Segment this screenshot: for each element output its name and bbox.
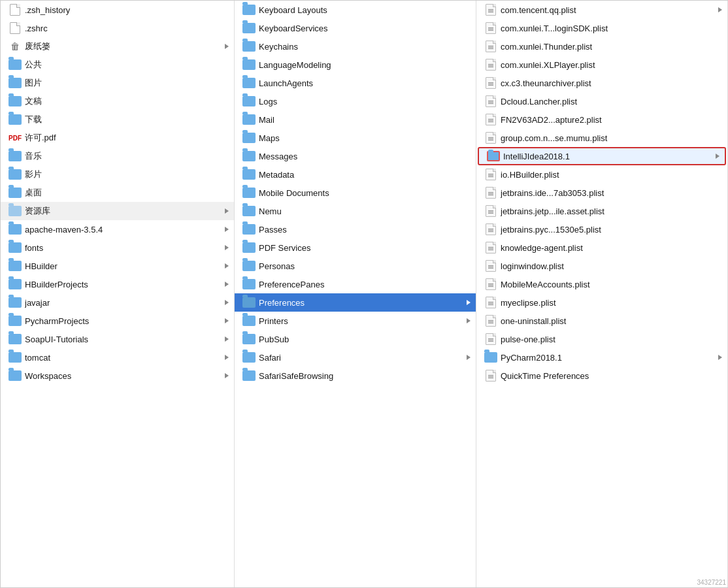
list-item[interactable]: 公共 [1,56,234,74]
list-item[interactable]: Mail [235,110,476,129]
item-name: Mobile Documents [259,188,471,198]
list-item[interactable]: Keyboard Layouts [235,1,476,19]
list-item[interactable]: PDF许可.pdf [1,129,234,147]
list-item[interactable]: Safari [235,348,476,367]
list-item[interactable]: PDF Services [235,238,476,257]
list-item[interactable]: 🗑废纸篓 [1,37,234,56]
list-item[interactable]: IntelliJIdea2018.1 [478,147,726,165]
item-name: Dcloud.Lancher.plist [501,97,722,106]
chevron-icon [716,154,720,159]
item-name: com.tencent.qq.plist [501,5,716,15]
list-item[interactable]: javajar [1,293,234,312]
list-item[interactable]: pulse-one.plist [476,330,727,348]
list-item[interactable]: 文稿 [1,92,234,110]
list-item[interactable]: 桌面 [1,184,234,202]
column-3: com.tencent.qq.plistcom.xunlei.T...login… [476,1,728,587]
list-item[interactable]: Printers [235,312,476,330]
list-item[interactable]: 资源库 [1,202,234,220]
item-name: Personas [259,261,471,271]
list-item[interactable]: 音乐 [1,147,234,165]
list-item[interactable]: Logs [235,92,476,110]
folder-icon [242,261,256,271]
list-item[interactable]: PycharmProjects [1,312,234,330]
list-item[interactable]: Keychains [235,37,476,56]
list-item[interactable]: QuickTime Preferences [476,367,727,385]
folder-icon [8,297,22,308]
list-item[interactable]: one-uninstall.plist [476,312,727,330]
list-item[interactable]: Metadata [235,165,476,184]
list-item[interactable]: knowledge-agent.plist [476,238,727,257]
list-item[interactable]: jetbrains.ide...7ab3053.plist [476,184,727,202]
folder-icon [242,242,256,253]
list-item[interactable]: 下载 [1,110,234,129]
list-item[interactable]: jetbrains.pyc...1530e5.plist [476,220,727,238]
list-item[interactable]: 图片 [1,74,234,92]
list-item[interactable]: io.HBuilder.plist [476,165,727,184]
folder-icon [242,41,256,52]
list-item[interactable]: MobileMeAccounts.plist [476,275,727,293]
item-name: knowledge-agent.plist [501,243,722,253]
list-item[interactable]: group.com.n...se.mumu.plist [476,129,727,147]
item-name: jetbrains.jetp...ile.asset.plist [501,206,722,216]
list-item[interactable]: Dcloud.Lancher.plist [476,92,727,110]
list-item[interactable]: HBuilder [1,257,234,275]
folder-icon [242,96,256,106]
list-item[interactable]: LanguageModeling [235,56,476,74]
chevron-icon [718,355,722,360]
list-item[interactable]: Mobile Documents [235,184,476,202]
list-item[interactable]: PubSub [235,330,476,348]
item-name: com.xunlei.T...loginSDK.plist [501,24,722,33]
list-item[interactable]: jetbrains.jetp...ile.asset.plist [476,202,727,220]
list-item[interactable]: com.tencent.qq.plist [476,1,727,19]
folder-icon [242,59,256,70]
list-item[interactable]: Nemu [235,202,476,220]
list-item[interactable]: tomcat [1,348,234,367]
list-item[interactable]: Preferences [235,293,476,312]
plist-icon [486,278,496,290]
list-item[interactable]: loginwindow.plist [476,257,727,275]
folder-icon [8,370,22,381]
list-item[interactable]: LaunchAgents [235,74,476,92]
list-item[interactable]: com.xunlei.XLPlayer.plist [476,56,727,74]
column-2: Keyboard LayoutsKeyboardServicesKeychain… [235,1,476,587]
list-item[interactable]: SoapUI-Tutorials [1,330,234,348]
list-item[interactable]: FN2V63AD2...apture2.plist [476,110,727,129]
item-name: jetbrains.pyc...1530e5.plist [501,225,722,235]
list-item[interactable]: com.xunlei.T...loginSDK.plist [476,19,727,37]
list-item[interactable]: .zsh_history [1,1,234,19]
plist-icon [486,242,496,253]
list-item[interactable]: KeyboardServices [235,19,476,37]
item-name: one-uninstall.plist [501,316,722,326]
folder-icon [8,169,22,180]
item-name: Passes [259,225,471,235]
list-item[interactable]: myeclipse.plist [476,293,727,312]
item-name: Metadata [259,170,471,180]
folder-icon [242,334,256,344]
list-item[interactable]: 影片 [1,165,234,184]
item-name: 废纸篓 [25,41,222,52]
list-item[interactable]: Maps [235,129,476,147]
list-item[interactable]: SafariSafeBrowsing [235,367,476,385]
list-item[interactable]: PyCharm2018.1 [476,348,727,367]
chevron-icon [225,300,229,305]
list-item[interactable]: cx.c3.theunarchiver.plist [476,74,727,92]
list-item[interactable]: Messages [235,147,476,165]
item-name: Preferences [259,298,464,308]
item-name: javajar [25,298,222,308]
list-item[interactable]: Personas [235,257,476,275]
list-item[interactable]: PreferencePanes [235,275,476,293]
column-1: .zsh_history.zshrc🗑废纸篓公共图片文稿下载PDF许可.pdf音… [1,1,235,587]
list-item[interactable]: apache-maven-3.5.4 [1,220,234,238]
list-item[interactable]: HBuilderProjects [1,275,234,293]
folder-icon [242,78,256,88]
list-item[interactable]: Passes [235,220,476,238]
list-item[interactable]: fonts [1,238,234,257]
item-name: SoapUI-Tutorials [25,335,222,344]
plist-icon [486,22,496,34]
chevron-icon [467,300,471,305]
item-name: MobileMeAccounts.plist [501,280,722,289]
folder-icon [242,114,256,125]
list-item[interactable]: .zshrc [1,19,234,37]
list-item[interactable]: Workspaces [1,367,234,385]
list-item[interactable]: com.xunlei.Thunder.plist [476,37,727,56]
